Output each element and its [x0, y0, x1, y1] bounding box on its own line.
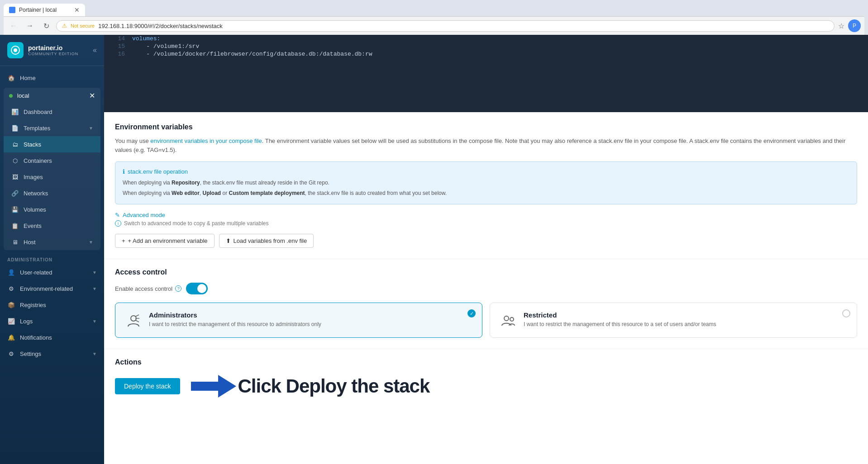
sidebar-item-templates[interactable]: 📄 Templates ▼	[4, 120, 100, 136]
svg-line-5	[135, 320, 139, 322]
logo-text: portainer.io Community Edition	[28, 44, 78, 56]
tab-favicon	[9, 7, 15, 13]
sidebar-item-home[interactable]: 🏠 Home	[0, 70, 104, 86]
deploy-stack-button[interactable]: Deploy the stack	[115, 378, 180, 394]
address-bar[interactable]: ⚠ Not secure 192.168.1.18:9000/#!/2/dock…	[56, 20, 835, 32]
profile-button[interactable]: P	[848, 19, 861, 32]
restricted-icon-svg	[500, 312, 516, 328]
info-line-2: When deploying via Web editor, Upload or…	[123, 189, 849, 198]
sidebar-registries-label: Registries	[20, 302, 97, 308]
sidebar-dashboard-label: Dashboard	[24, 109, 93, 115]
svg-line-3	[135, 315, 139, 317]
url-display[interactable]: 192.168.1.18:9000/#!/2/docker/stacks/new…	[98, 23, 829, 29]
env-related-arrow-icon: ▼	[92, 286, 97, 291]
click-annotation: Click Deploy the stack	[191, 373, 430, 400]
env-name-label: local	[17, 92, 85, 99]
enable-access-control-info-icon[interactable]: ?	[175, 285, 181, 292]
admin-section-label: Administration	[0, 252, 104, 264]
notifications-icon: 🔔	[7, 333, 15, 341]
logs-arrow-icon: ▼	[92, 319, 97, 324]
settings-arrow-icon: ▼	[92, 351, 97, 356]
code-content-15: - /volume1:/srv	[132, 43, 199, 50]
browser-tab[interactable]: Portainer | local ✕	[4, 4, 85, 16]
sidebar-item-stacks[interactable]: 🗂 Stacks	[4, 136, 100, 152]
restricted-card-title: Restricted	[524, 311, 848, 319]
sidebar-images-label: Images	[24, 174, 93, 180]
not-secure-label: Not secure	[71, 23, 95, 28]
env-close-icon[interactable]: ✕	[89, 91, 95, 100]
sidebar-item-registries[interactable]: 📦 Registries	[0, 297, 104, 313]
env-variables-link[interactable]: environment variables in your compose fi…	[150, 137, 262, 144]
security-icon: ⚠	[62, 23, 67, 29]
sidebar-item-settings[interactable]: ⚙ Settings ▼	[0, 346, 104, 362]
arrow-icon	[191, 373, 236, 400]
advanced-mode-hint: i Switch to advanced mode to copy & past…	[115, 220, 857, 227]
access-cards-container: Administrators I want to restrict the ma…	[115, 303, 857, 338]
line-num-16: 16	[111, 51, 125, 57]
sidebar-item-user-related[interactable]: 👤 User-related ▼	[0, 264, 104, 280]
svg-marker-8	[191, 375, 236, 398]
dashboard-icon: 📊	[11, 108, 19, 116]
logo-sub-text: Community Edition	[28, 52, 78, 56]
sidebar-user-related-label: User-related	[20, 269, 88, 276]
env-related-icon: ⚙	[7, 284, 15, 293]
code-line-16: 16 - /volume1/docker/filebrowser/config/…	[104, 50, 868, 58]
sidebar-env-related-label: Environment-related	[20, 285, 88, 292]
enable-access-control-label: Enable access control ?	[115, 285, 181, 292]
env-variables-desc: You may use environment variables in you…	[115, 137, 857, 154]
sidebar-item-notifications[interactable]: 🔔 Notifications	[0, 329, 104, 346]
access-control-section: Access control Enable access control ?	[104, 259, 868, 349]
sidebar-item-logs[interactable]: 📈 Logs ▼	[0, 313, 104, 329]
sidebar-collapse-button[interactable]: «	[93, 46, 97, 54]
admin-icon-svg	[125, 312, 142, 328]
actions-title: Actions	[115, 358, 857, 366]
env-buttons-row: + + Add an environment variable ⬆ Load v…	[115, 234, 857, 248]
networks-icon: 🔗	[11, 189, 19, 197]
advanced-mode-toggle[interactable]: ✎ Advanced mode	[115, 212, 857, 218]
admin-card-text: Administrators I want to restrict the ma…	[149, 311, 473, 328]
access-control-toggle[interactable]	[186, 283, 208, 294]
sidebar-item-images[interactable]: 🖼 Images	[4, 169, 100, 185]
administrators-card[interactable]: Administrators I want to restrict the ma…	[115, 303, 482, 338]
env-header[interactable]: local ✕	[4, 88, 100, 104]
sidebar-item-events[interactable]: 📋 Events	[4, 218, 100, 234]
advanced-mode-label: Advanced mode	[123, 212, 165, 218]
portainer-logo-svg	[10, 45, 20, 55]
load-variables-button[interactable]: ⬆ Load variables from .env file	[219, 234, 314, 248]
toggle-slider	[186, 283, 208, 294]
containers-icon: ⬡	[11, 156, 19, 165]
sidebar-item-host[interactable]: 🖥 Host ▼	[4, 234, 100, 250]
forward-button[interactable]: →	[24, 19, 36, 32]
templates-icon: 📄	[11, 124, 19, 132]
sidebar-item-env-related[interactable]: ⚙ Environment-related ▼	[0, 280, 104, 297]
logs-icon: 📈	[7, 317, 15, 325]
bookmark-icon[interactable]: ☆	[838, 22, 844, 30]
sidebar-item-networks[interactable]: 🔗 Networks	[4, 185, 100, 201]
content-panel: 14 volumes: 15 - /volume1:/srv 16 - /vol…	[104, 35, 868, 464]
tab-close-button[interactable]: ✕	[74, 6, 80, 14]
svg-point-1	[14, 48, 17, 52]
sidebar-item-volumes[interactable]: 💾 Volumes	[4, 201, 100, 218]
svg-point-6	[504, 316, 509, 321]
code-content-16: - /volume1/docker/filebrowser/config/dat…	[132, 51, 372, 57]
back-button[interactable]: ←	[7, 19, 20, 32]
home-icon: 🏠	[7, 74, 15, 82]
add-env-variable-button[interactable]: + + Add an environment variable	[115, 234, 215, 248]
restricted-card[interactable]: Restricted I want to restrict the manage…	[490, 303, 857, 338]
add-icon: +	[122, 237, 125, 244]
templates-arrow-icon: ▼	[89, 126, 93, 131]
restricted-card-icon	[499, 311, 517, 329]
sidebar-item-dashboard[interactable]: 📊 Dashboard	[4, 104, 100, 120]
refresh-button[interactable]: ↻	[40, 19, 52, 32]
env-status-dot	[9, 94, 13, 98]
host-arrow-icon: ▼	[89, 240, 93, 245]
sidebar-item-containers[interactable]: ⬡ Containers	[4, 152, 100, 169]
restricted-card-desc: I want to restrict the management of thi…	[524, 321, 848, 328]
sidebar-volumes-label: Volumes	[24, 206, 93, 213]
advanced-mode-hint-text: Switch to advanced mode to copy & paste …	[124, 220, 269, 227]
registries-icon: 📦	[7, 301, 15, 309]
upload-icon: ⬆	[226, 237, 231, 244]
images-icon: 🖼	[11, 173, 19, 181]
admin-card-title: Administrators	[149, 311, 473, 319]
enable-access-control-row: Enable access control ?	[115, 283, 857, 294]
